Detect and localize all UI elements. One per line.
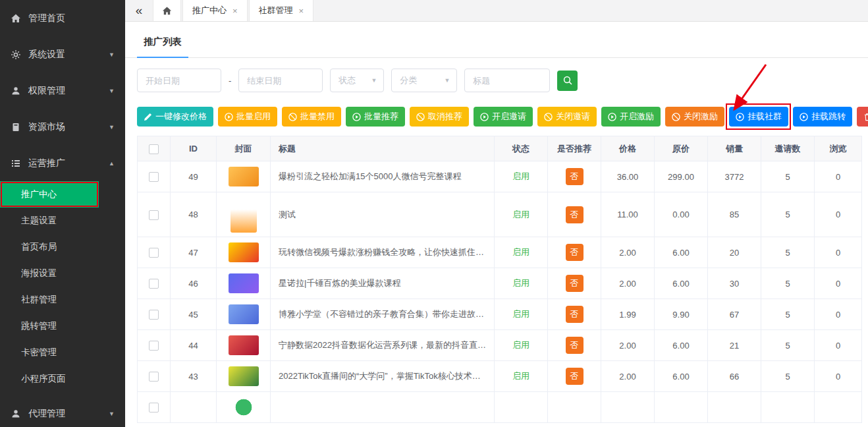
sidebar-item-promotion-center[interactable]: 推广中心 xyxy=(0,181,99,208)
play-circle-icon xyxy=(352,113,361,121)
tab-community-management[interactable]: 社群管理 × xyxy=(249,0,314,21)
sidebar-item-jump-management[interactable]: 跳转管理 xyxy=(0,313,125,339)
row-checkbox[interactable] xyxy=(149,403,159,413)
search-button[interactable] xyxy=(557,71,578,91)
app-window: 管理首页 系统设置 ▼ 权限管理 ▼ 资源市场 ▼ 运营推广 ▲ 推广中心 xyxy=(0,0,868,427)
start-date-input[interactable] xyxy=(137,69,221,92)
close-invite-button[interactable]: 关闭邀请 xyxy=(537,107,597,127)
header-id: ID xyxy=(171,136,217,161)
close-incentive-button[interactable]: 关闭激励 xyxy=(665,107,724,127)
header-views: 浏览 xyxy=(815,136,862,161)
row-price: 11.00 xyxy=(601,192,655,237)
row-id: 47 xyxy=(171,237,217,268)
chevron-down-icon: ▼ xyxy=(435,77,450,84)
row-checkbox[interactable] xyxy=(149,279,159,289)
status-text: 启用 xyxy=(512,210,529,219)
sidebar-item-agent-management[interactable]: 代理管理 ▼ xyxy=(0,401,125,427)
row-views: 0 xyxy=(815,161,862,192)
recommend-badge[interactable]: 否 xyxy=(566,306,583,323)
select-all-checkbox[interactable] xyxy=(149,144,159,154)
row-title: 2022TikTok直播间的“大学问”，掌握TikTok核心技术，抓... xyxy=(271,361,495,392)
filter-bar: - 状态 ▼ 分类 ▼ xyxy=(125,58,868,92)
sidebar-item-system-settings[interactable]: 系统设置 ▼ xyxy=(0,36,125,72)
play-circle-icon xyxy=(736,113,744,121)
tab-promotion-center[interactable]: 推广中心 × xyxy=(182,0,248,21)
batch-recommend-button[interactable]: 批量推荐 xyxy=(346,107,405,127)
status-select[interactable]: 状态 ▼ xyxy=(330,69,384,92)
row-original-price: 6.00 xyxy=(655,237,708,268)
row-views: 0 xyxy=(815,330,862,361)
open-incentive-button[interactable]: 开启激励 xyxy=(601,107,661,127)
table-row: 49 爆粉引流之轻松加满15个5000人微信号完整课程 启用 否 36.00 2… xyxy=(138,161,862,192)
sidebar-item-theme-settings[interactable]: 主题设置 xyxy=(0,208,125,234)
batch-delete-button[interactable]: 批量删除 xyxy=(857,107,868,127)
row-original-price: 9.90 xyxy=(655,299,708,330)
sidebar-subitem-label: 跳转管理 xyxy=(21,320,57,332)
cover-image xyxy=(229,167,259,186)
sidebar-item-resource-market[interactable]: 资源市场 ▼ xyxy=(0,109,125,145)
gear-icon xyxy=(11,49,21,60)
row-checkbox[interactable] xyxy=(149,372,159,382)
row-views xyxy=(815,392,862,423)
recommend-badge[interactable]: 否 xyxy=(566,244,583,261)
end-date-input[interactable] xyxy=(238,69,323,92)
row-invites: 5 xyxy=(761,268,815,299)
sidebar-item-permission-management[interactable]: 权限管理 ▼ xyxy=(0,72,125,109)
row-title xyxy=(271,392,495,423)
row-checkbox[interactable] xyxy=(149,172,159,182)
main-area: « 推广中心 × 社群管理 × 推广列表 - 状态 xyxy=(125,0,868,427)
batch-enable-button[interactable]: 批量启用 xyxy=(218,107,277,127)
sidebar-item-poster-settings[interactable]: 海报设置 xyxy=(0,260,125,287)
row-id: 44 xyxy=(171,330,217,361)
recommend-badge[interactable]: 否 xyxy=(566,168,583,185)
close-icon[interactable]: × xyxy=(299,7,304,15)
row-price xyxy=(601,392,655,423)
mount-community-button[interactable]: 挂载社群 xyxy=(729,107,788,127)
row-invites xyxy=(761,392,815,423)
row-price: 36.00 xyxy=(601,161,655,192)
sidebar-item-admin-home[interactable]: 管理首页 xyxy=(0,0,125,36)
row-sales: 85 xyxy=(708,192,761,237)
row-price: 2.00 xyxy=(601,330,655,361)
batch-disable-button[interactable]: 批量禁用 xyxy=(282,107,341,127)
sidebar-item-home-layout[interactable]: 首页布局 xyxy=(0,234,125,260)
category-select[interactable]: 分类 ▼ xyxy=(391,69,457,92)
sidebar-item-operation-promotion[interactable]: 运营推广 ▲ xyxy=(0,145,125,181)
row-views: 0 xyxy=(815,361,862,392)
search-icon xyxy=(562,75,573,86)
open-invite-button[interactable]: 开启邀请 xyxy=(474,107,533,127)
header-cover: 封面 xyxy=(217,136,271,161)
collapse-sidebar-button[interactable]: « xyxy=(125,0,153,21)
cover-image xyxy=(229,273,259,293)
modify-price-button[interactable]: 一键修改价格 xyxy=(137,107,213,127)
row-checkbox[interactable] xyxy=(149,341,159,351)
home-icon xyxy=(11,13,21,24)
sidebar-item-card-key-management[interactable]: 卡密管理 xyxy=(0,339,125,366)
tab-home[interactable] xyxy=(153,0,181,21)
sidebar-item-community-management[interactable]: 社群管理 xyxy=(0,287,125,313)
status-text: 启用 xyxy=(512,309,529,319)
recommend-badge[interactable]: 否 xyxy=(566,337,583,354)
row-checkbox[interactable] xyxy=(149,210,159,220)
recommend-badge[interactable]: 否 xyxy=(566,368,583,385)
row-original-price: 0.00 xyxy=(655,192,708,237)
row-original-price xyxy=(655,392,708,423)
close-icon[interactable]: × xyxy=(232,7,238,15)
sidebar: 管理首页 系统设置 ▼ 权限管理 ▼ 资源市场 ▼ 运营推广 ▲ 推广中心 xyxy=(0,0,125,427)
play-circle-icon xyxy=(480,113,489,121)
agent-icon xyxy=(11,409,21,419)
sidebar-item-miniprogram-page[interactable]: 小程序页面 xyxy=(0,366,125,392)
table-row: 45 博雅小学堂（不容错过的亲子教育合集）带你走进故事... 启用 否 1.99… xyxy=(138,299,862,330)
table-row: 43 2022TikTok直播间的“大学问”，掌握TikTok核心技术，抓...… xyxy=(138,361,862,392)
row-checkbox[interactable] xyxy=(149,248,159,258)
cancel-recommend-button[interactable]: 取消推荐 xyxy=(410,107,469,127)
title-input[interactable] xyxy=(464,69,550,92)
chevron-down-icon: ▼ xyxy=(109,88,115,94)
row-id xyxy=(171,392,217,423)
sidebar-subitem-label: 社群管理 xyxy=(21,294,57,306)
tab-promotion-list[interactable]: 推广列表 xyxy=(137,22,188,58)
row-checkbox[interactable] xyxy=(149,310,159,320)
recommend-badge[interactable]: 否 xyxy=(566,206,583,223)
mount-jump-button[interactable]: 挂载跳转 xyxy=(793,107,852,127)
recommend-badge[interactable]: 否 xyxy=(566,275,583,292)
